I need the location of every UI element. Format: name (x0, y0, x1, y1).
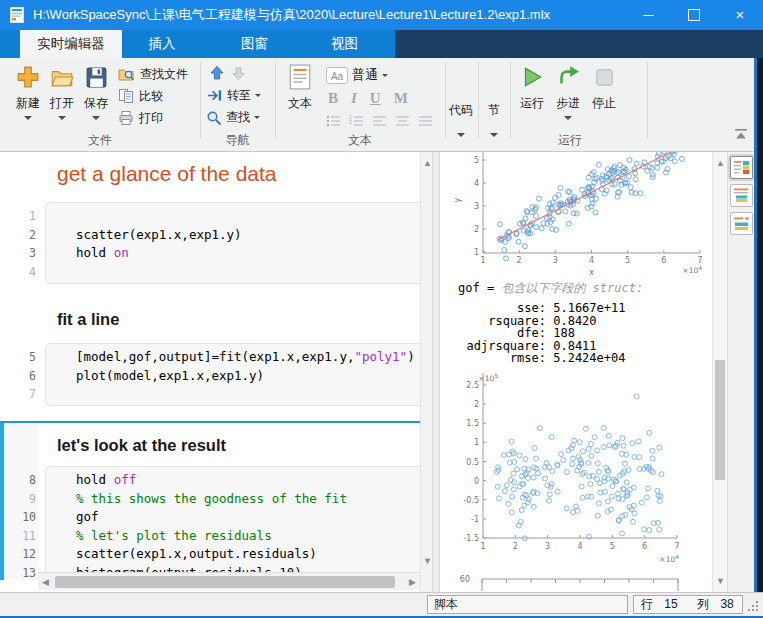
print-icon (118, 110, 134, 126)
code-line[interactable]: 9% this shows the goodness of the fit (76, 490, 420, 509)
view-output-inline-button[interactable] (730, 184, 753, 207)
output-view-controls (727, 152, 754, 592)
style-aa-icon: Aa (326, 67, 348, 84)
svg-text:2: 2 (349, 119, 352, 125)
up-arrow-icon[interactable] (208, 64, 226, 82)
horizontal-scroll-thumb[interactable] (55, 576, 395, 588)
print-button[interactable]: 打印 (118, 108, 163, 128)
tab-insert[interactable]: 插入 (122, 30, 202, 58)
code-line[interactable]: 5[model,gof,output]=fit(exp1.x,exp1.y,"p… (76, 348, 420, 367)
gof-struct-fields: sse: 5.1667e+11rsquare: 0.8420dfe: 188ad… (462, 302, 625, 365)
collapse-ribbon-icon[interactable] (733, 128, 749, 140)
histogram-plot-top-edge[interactable]: 60 (440, 565, 712, 592)
row-value: 15 (664, 597, 677, 611)
compare-button[interactable]: 比较 (118, 86, 163, 106)
text-style-dropdown[interactable]: Aa 普通 (326, 66, 388, 84)
list-format-buttons: 12 (326, 114, 433, 128)
svg-text:3: 3 (474, 202, 479, 211)
line-number: 7 (6, 385, 36, 404)
svg-text:6: 6 (642, 542, 647, 551)
code-line[interactable]: 4 (76, 263, 420, 282)
residuals-scatter-plot[interactable]: 12345672.521.510.50-0.5-1-1.5×104×105 (440, 373, 712, 568)
code-block-1[interactable]: 12scatter(exp1.x,exp1.y)3hold on4 (45, 202, 420, 284)
nav-arrows (208, 64, 247, 82)
code-line[interactable]: 3hold on (76, 244, 420, 263)
code-line[interactable]: 6plot(model,exp1.x,exp1.y) (76, 367, 420, 386)
tab-view[interactable]: 视图 (302, 30, 387, 58)
resize-grip[interactable] (756, 609, 758, 611)
align-left-icon[interactable] (372, 114, 387, 128)
close-button[interactable]: × (717, 0, 763, 30)
section-title[interactable]: get a glance of the data (57, 162, 277, 186)
scroll-right-icon[interactable]: ▶ (409, 573, 416, 591)
align-justify-icon[interactable] (418, 114, 433, 128)
svg-text:×104: ×104 (659, 553, 679, 564)
run-icon (519, 64, 545, 90)
goto-button[interactable]: 转至 (206, 87, 261, 104)
code-line[interactable]: 12scatter(exp1.x,output.residuals) (76, 545, 420, 564)
code-line[interactable]: 7 (76, 385, 420, 404)
scroll-down-icon[interactable]: ▼ (423, 552, 432, 570)
new-dropdown-arrow (24, 116, 32, 120)
output-pane[interactable]: 123456754321xy×104 gof = 包含以下字段的 struct:… (440, 152, 712, 592)
run-button[interactable]: 运行 (512, 62, 552, 112)
step-icon (555, 65, 581, 89)
align-center-icon[interactable] (395, 114, 410, 128)
code-line[interactable]: 1 (76, 207, 420, 226)
save-button[interactable]: 保存 (76, 62, 116, 120)
tab-figure[interactable]: 图窗 (212, 30, 297, 58)
line-number: 8 (6, 471, 36, 490)
editor-vertical-scrollbar[interactable]: ▲ ▼ (420, 152, 432, 592)
section-button[interactable]: 节 (479, 62, 509, 146)
find-button[interactable]: 查找 (206, 109, 260, 126)
monospace-button[interactable]: M (394, 90, 408, 107)
find-dropdown-arrow (254, 116, 260, 119)
section-heading[interactable]: let's look at the result (57, 436, 226, 455)
app-icon (9, 7, 25, 23)
scroll-left-icon[interactable]: ◀ (42, 573, 49, 591)
italic-button[interactable]: I (351, 90, 357, 107)
numbered-list-icon[interactable]: 12 (349, 114, 364, 128)
code-button[interactable]: 代码 (446, 62, 476, 146)
svg-text:-0.5: -0.5 (463, 496, 479, 505)
underline-button[interactable]: U (370, 90, 381, 107)
bullet-list-icon[interactable] (326, 114, 341, 128)
code-line[interactable]: 8hold off (76, 471, 420, 490)
gof-field: rmse: 5.2424e+04 (462, 352, 625, 365)
view-output-on-right-button[interactable] (730, 156, 753, 179)
panel-splitter[interactable] (432, 152, 440, 592)
tab-live-editor[interactable]: 实时编辑器 (20, 30, 122, 58)
svg-text:1: 1 (474, 248, 479, 257)
code-block-2[interactable]: 5[model,gof,output]=fit(exp1.x,exp1.y,"p… (45, 343, 420, 406)
scroll-up-icon[interactable]: ▲ (716, 154, 725, 172)
section-dropdown-arrow (490, 133, 498, 137)
section-heading[interactable]: fit a line (57, 310, 119, 329)
svg-text:-1: -1 (471, 515, 479, 524)
live-editor-document[interactable]: get a glance of the data 12scatter(exp1.… (0, 152, 420, 592)
step-button[interactable]: 步进 (548, 62, 588, 120)
text-button[interactable]: 文本 (282, 62, 318, 112)
code-line[interactable]: 11% let's plot the residuals (76, 527, 420, 546)
find-files-button[interactable]: 查找文件 (118, 64, 188, 84)
minimize-button[interactable] (625, 0, 671, 30)
output-vertical-scrollbar[interactable]: ▲ ▼ (712, 152, 727, 592)
svg-text:60: 60 (460, 575, 470, 584)
code-line[interactable]: 10gof (76, 508, 420, 527)
down-arrow-icon (230, 65, 247, 82)
svg-text:0: 0 (474, 477, 479, 486)
matlab-live-editor-window: H:\WorkSpaceSync\上课\电气工程建模与仿真\2020\Lectu… (0, 0, 763, 618)
scroll-up-icon[interactable]: ▲ (423, 154, 432, 172)
view-hide-code-button[interactable] (730, 212, 753, 235)
editor-horizontal-scrollbar[interactable]: ◀ ▶ (38, 572, 420, 590)
output-scroll-thumb[interactable] (715, 360, 725, 480)
scroll-down-icon[interactable]: ▼ (716, 572, 725, 590)
output-inline-icon (733, 187, 750, 204)
maximize-button[interactable] (671, 0, 717, 30)
fit-scatter-plot[interactable]: 123456754321xy×104 (440, 152, 712, 280)
group-separator (275, 62, 276, 138)
code-line[interactable]: 2scatter(exp1.x,exp1.y) (76, 226, 420, 245)
maximize-icon (688, 9, 700, 21)
open-icon (49, 64, 75, 90)
bold-button[interactable]: B (328, 90, 338, 107)
save-dropdown-arrow (92, 116, 100, 120)
